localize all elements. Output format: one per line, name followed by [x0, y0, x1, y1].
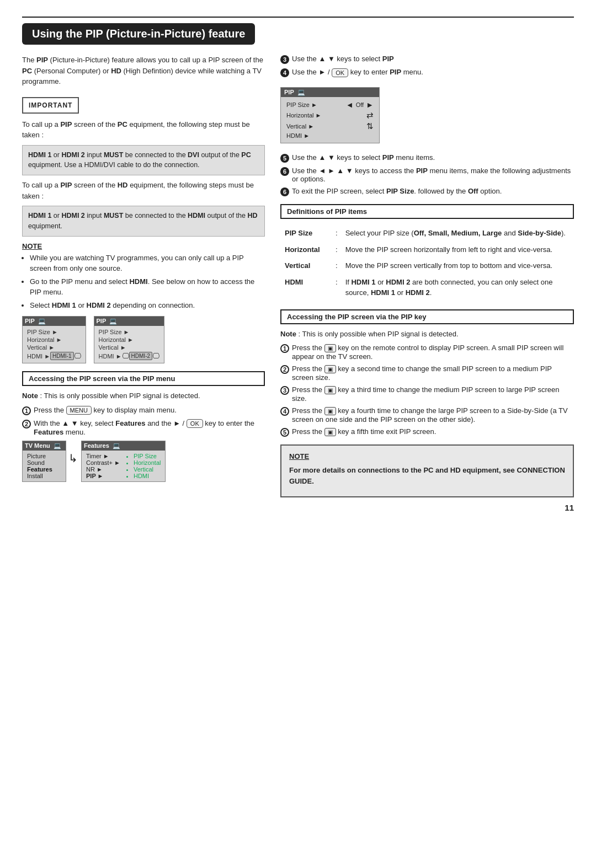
step-num-6a: 6 [280, 167, 289, 176]
def-colon-1: : [332, 226, 341, 241]
pip-key-step-2-text: Press the ▣ key a second time to change … [292, 365, 574, 382]
tv-menu-picture: Picture [27, 453, 61, 459]
ok-key-4: OK [332, 68, 348, 77]
def-row-hdmi: HDMI : If HDMI 1 or HDMI 2 are both conn… [281, 275, 573, 301]
definitions-table: PIP Size : Select your PIP size (Off, Sm… [280, 224, 574, 302]
pip-steps-5-6: 5 Use the ▲ ▼ keys to select PIP menu it… [280, 153, 574, 196]
step-6b: 6 To exit the PIP screen, select PIP Siz… [280, 187, 574, 196]
step-3: 3 Use the ▲ ▼ keys to select PIP [280, 55, 574, 64]
pip-box1-row3: Vertical ► [27, 344, 81, 351]
page-title: Using the PIP (Picture-in-Picture) featu… [22, 23, 255, 45]
left-column: The PIP (Picture-in-Picture) feature all… [22, 55, 265, 497]
pip-box1-row1: PIP Size ► [27, 328, 81, 336]
features-contrast: Contrast+ ► [86, 459, 120, 466]
arrow-left-icon: ◄ [346, 100, 354, 109]
step-6a: 6 Use the ◄ ► ▲ ▼ keys to access the PIP… [280, 167, 574, 183]
pip-screen-title: PIP 💻 [281, 88, 379, 97]
step-num-4: 4 [280, 68, 289, 77]
pip-box1-row4: HDMI ► HDMI-1 🖵 [27, 351, 81, 361]
pip-key-step-5-text: Press the ▣ key a fifth time exit PIP sc… [292, 427, 436, 436]
note-item-3: Select HDMI 1 or HDMI 2 depending on con… [30, 300, 265, 311]
pip-size-value: Off [356, 101, 364, 108]
pip-key-step-num-5: 5 [280, 428, 289, 437]
def-text-vertical: Move the PIP screen vertically from top … [342, 258, 573, 274]
pip-item-vertical: Vertical [134, 466, 161, 473]
pip-key-btn-2: ▣ [324, 365, 336, 373]
tv-menu-features: Features [27, 466, 61, 473]
pip-item-hdmi: HDMI [134, 473, 161, 479]
def-colon-2: : [332, 242, 341, 258]
menu-key: MENU [66, 406, 92, 415]
right-column: 3 Use the ▲ ▼ keys to select PIP 4 Use t… [280, 55, 574, 497]
def-colon-4: : [332, 275, 341, 301]
features-pip-items: PIP Size Horizontal Vertical HDMI [125, 453, 161, 479]
step-4-text: Use the ► / OK key to enter PIP menu. [292, 68, 423, 77]
note-box-bottom-text: For more details on connections to the P… [289, 465, 565, 486]
pip-menu-steps: 1 Press the MENU key to display main men… [22, 406, 265, 437]
top-rule [22, 17, 574, 18]
step-num-1: 1 [22, 406, 31, 415]
intro-text: The PIP (Picture-in-Picture) feature all… [22, 55, 265, 87]
pip-screen-row-size: PIP Size ► ◄ Off ► [286, 100, 374, 110]
pip-item-size: PIP Size [134, 453, 161, 459]
def-term-pip-size: PIP Size [281, 226, 331, 241]
features-pip: PIP ► [86, 473, 120, 479]
def-row-pip-size: PIP Size : Select your PIP size (Off, Sm… [281, 226, 573, 241]
accessing-pip-key-heading: Accessing the PIP screen via the PIP key [280, 309, 574, 324]
pip-dual-diagram: PIP 💻 PIP Size ► Horizontal ► Vertical ►… [22, 316, 265, 363]
accessing-pip-menu-note: Note : This is only possible when PIP si… [22, 390, 265, 401]
features-box: Features 💻 Timer ► Contrast+ ► NR ► PIP … [81, 441, 166, 482]
horizontal-icon: ⇄ [366, 110, 374, 120]
features-left: Timer ► Contrast+ ► NR ► PIP ► [86, 453, 120, 479]
note-list: While you are watching TV programmes, yo… [22, 253, 265, 311]
note-item-2: Go to the PIP menu and select HDMI. See … [30, 276, 265, 298]
pip-key-step-num-2: 2 [280, 365, 289, 374]
pip-box-1: PIP 💻 PIP Size ► Horizontal ► Vertical ►… [22, 316, 86, 363]
pip-key-btn-1: ▣ [324, 344, 336, 352]
pip-key-steps: 1 Press the ▣ key on the remote control … [280, 344, 574, 437]
tv-features-diagram: TV Menu 💻 Picture Sound Features Install… [22, 441, 265, 482]
gray-box-hd: HDMI 1 or HDMI 2 input MUST be connected… [22, 206, 265, 237]
pip-key-step-3: 3 Press the ▣ key a third time to change… [280, 385, 574, 403]
step-5: 5 Use the ▲ ▼ keys to select PIP menu it… [280, 153, 574, 163]
pip-screen-diagram: PIP 💻 PIP Size ► ◄ Off ► Horizontal ► ⇄ … [280, 87, 380, 143]
accessing-pip-key-note: Note : This is only possible when PIP si… [280, 329, 574, 340]
arrow-right-icon: ► [366, 100, 374, 109]
step-6b-text: To exit the PIP screen, select PIP Size.… [292, 187, 502, 195]
tv-menu-box: TV Menu 💻 Picture Sound Features Install [22, 441, 66, 482]
pip-steps-right: 3 Use the ▲ ▼ keys to select PIP 4 Use t… [280, 55, 574, 77]
pip-box1-row2: Horizontal ► [27, 336, 81, 344]
def-text-hdmi: If HDMI 1 or HDMI 2 are both connected, … [342, 275, 573, 301]
step-1: 1 Press the MENU key to display main men… [22, 406, 265, 415]
flow-arrow: ↳ [68, 452, 78, 465]
note-box-bottom-title: NOTE [289, 451, 565, 463]
features-nr: NR ► [86, 466, 120, 473]
def-colon-3: : [332, 258, 341, 274]
features-title: Features 💻 [82, 441, 165, 451]
pip-screen-row-vertical: Vertical ► ⇅ [286, 121, 374, 132]
pip-key-step-num-1: 1 [280, 344, 289, 353]
tv-menu-title: TV Menu 💻 [23, 441, 66, 451]
pip-box1-title: PIP 💻 [23, 317, 86, 326]
ok-key-2: OK [187, 419, 203, 428]
pip-size-icons: ◄ Off ► [346, 100, 374, 109]
important-text1: To call up a PIP screen of the PC equipm… [22, 119, 265, 141]
pip-key-step-num-4: 4 [280, 407, 289, 416]
def-row-vertical: Vertical : Move the PIP screen verticall… [281, 258, 573, 274]
note-section: NOTE While you are watching TV programme… [22, 242, 265, 311]
pip-key-step-4-text: Press the ▣ key a fourth time to change … [292, 406, 574, 424]
pip-key-step-2: 2 Press the ▣ key a second time to chang… [280, 365, 574, 382]
step-1-text: Press the MENU key to display main menu. [34, 406, 177, 415]
pip-screen-row-horizontal: Horizontal ► ⇄ [286, 110, 374, 121]
def-term-vertical: Vertical [281, 258, 331, 274]
def-term-horizontal: Horizontal [281, 242, 331, 258]
step-num-3: 3 [280, 55, 289, 64]
features-timer: Timer ► [86, 453, 120, 459]
def-text-horizontal: Move the PIP screen horizontally from le… [342, 242, 573, 258]
pip-item-horizontal: Horizontal [134, 459, 161, 466]
vertical-icon: ⇅ [366, 121, 374, 131]
page-number: 11 [22, 503, 574, 512]
pip-key-step-3-text: Press the ▣ key a third time to change t… [292, 385, 574, 403]
note-box-bottom: NOTE For more details on connections to … [280, 444, 574, 497]
pip-box2-row2: Horizontal ► [99, 336, 160, 344]
